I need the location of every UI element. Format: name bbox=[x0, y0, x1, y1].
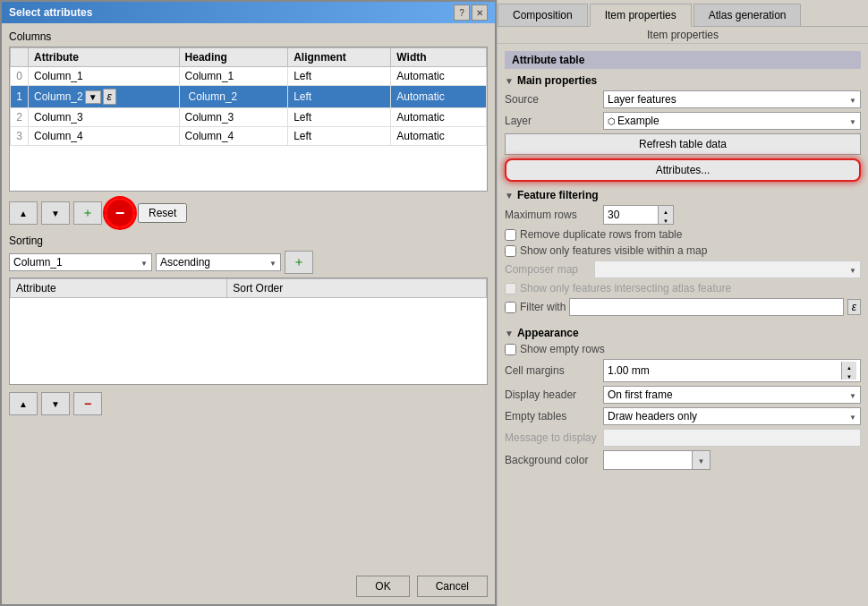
move-up-button[interactable] bbox=[9, 201, 38, 225]
filter-epsilon-button[interactable]: ε bbox=[847, 299, 861, 315]
attribute-value: Column_2 bbox=[34, 90, 83, 103]
row-heading-cell: Column_1 bbox=[179, 67, 288, 86]
layer-icon: ⬡ bbox=[608, 116, 616, 126]
remove-column-button[interactable] bbox=[106, 199, 134, 227]
cell-margins-row: Cell margins 1.00 mm bbox=[505, 359, 861, 382]
cell-margins-input[interactable]: 1.00 mm bbox=[603, 359, 861, 382]
appearance-label: Appearance bbox=[517, 327, 579, 339]
columns-table-empty-area bbox=[10, 146, 487, 191]
refresh-table-btn[interactable]: Refresh table data bbox=[505, 133, 861, 155]
row-heading-cell: Column_2 bbox=[179, 86, 288, 108]
dialog-title: Select attributes bbox=[9, 6, 92, 19]
filter-with-checkbox[interactable] bbox=[505, 302, 516, 313]
columns-section-label: Columns bbox=[9, 30, 488, 43]
feature-filtering-collapse-icon: ▼ bbox=[505, 191, 514, 201]
add-icon bbox=[81, 205, 94, 221]
sub-tab-bar: Item properties bbox=[498, 27, 868, 44]
columns-toolbar: Reset bbox=[9, 199, 488, 227]
sort-remove-button[interactable]: − bbox=[73, 392, 102, 415]
dialog-close-button[interactable]: ✕ bbox=[472, 4, 488, 21]
section-divider bbox=[505, 320, 861, 327]
bg-color-row: Background color bbox=[505, 450, 861, 470]
attribute-dropdown-btn[interactable]: ▼ bbox=[85, 90, 101, 104]
feature-filtering-section: ▼ Feature filtering Maximum rows Remove … bbox=[505, 189, 861, 316]
move-down-button[interactable] bbox=[41, 201, 70, 225]
remove-duplicate-checkbox[interactable] bbox=[505, 229, 516, 241]
row-attribute-cell: Column_3 bbox=[29, 108, 180, 127]
message-input[interactable] bbox=[603, 429, 861, 447]
minus-icon bbox=[115, 204, 125, 223]
filter-with-input[interactable] bbox=[569, 298, 843, 316]
col-header-num bbox=[11, 48, 29, 67]
source-dropdown[interactable]: Layer features bbox=[603, 90, 861, 108]
tab-item-properties[interactable]: Item properties bbox=[590, 4, 692, 27]
add-column-button[interactable] bbox=[73, 201, 102, 225]
layer-dropdown[interactable]: ⬡ Example bbox=[603, 112, 861, 130]
rp-content: Attribute table ▼ Main properties Source… bbox=[498, 44, 868, 481]
dialog-buttons: OK Cancel bbox=[356, 576, 488, 597]
display-header-dropdown[interactable]: On first frame bbox=[603, 386, 861, 404]
display-header-chevron-icon bbox=[849, 388, 856, 401]
arrow-up-icon bbox=[19, 207, 28, 219]
composer-map-dropdown[interactable] bbox=[594, 260, 861, 278]
right-panel: Composition Item properties Atlas genera… bbox=[497, 0, 868, 606]
dialog-help-button[interactable]: ? bbox=[454, 4, 470, 21]
table-row[interactable]: 3Column_4Column_4LeftAutomatic bbox=[11, 127, 487, 146]
display-header-row: Display header On first frame bbox=[505, 386, 861, 404]
tab-composition[interactable]: Composition bbox=[498, 4, 588, 26]
remove-duplicate-label: Remove duplicate rows from table bbox=[520, 228, 682, 241]
sort-table-container: Attribute Sort Order bbox=[9, 277, 488, 385]
sort-move-down-button[interactable] bbox=[41, 392, 70, 415]
row-heading-cell: Column_3 bbox=[179, 108, 288, 127]
col-header-width: Width bbox=[391, 48, 487, 67]
bg-color-preview bbox=[604, 451, 692, 469]
show-empty-rows-checkbox[interactable] bbox=[505, 344, 516, 355]
empty-tables-dropdown[interactable]: Draw headers only bbox=[603, 407, 861, 425]
sort-table: Attribute Sort Order bbox=[10, 278, 487, 298]
max-rows-label: Maximum rows bbox=[505, 209, 603, 221]
tab-atlas-generation[interactable]: Atlas generation bbox=[694, 4, 802, 26]
bg-color-swatch[interactable] bbox=[603, 450, 711, 470]
sort-order-chevron-icon bbox=[269, 256, 277, 269]
row-alignment-cell: Left bbox=[288, 108, 391, 127]
table-row[interactable]: 1 Column_2 ▼ ε Column_2LeftAutomatic bbox=[11, 86, 487, 108]
sort-minus-icon: − bbox=[84, 397, 91, 411]
table-row[interactable]: 2Column_3Column_3LeftAutomatic bbox=[11, 108, 487, 127]
row-heading-cell: Column_4 bbox=[179, 127, 288, 146]
attributes-btn[interactable]: Attributes... bbox=[505, 158, 861, 182]
max-rows-input[interactable] bbox=[604, 206, 658, 224]
sort-order-dropdown[interactable]: Ascending bbox=[156, 253, 281, 271]
sorting-row: Column_1 Ascending bbox=[9, 251, 488, 274]
appearance-header: ▼ Appearance bbox=[505, 327, 861, 339]
sub-tab-label: Item properties bbox=[647, 29, 719, 41]
max-rows-spin-down[interactable] bbox=[659, 215, 673, 224]
empty-tables-value: Draw headers only bbox=[608, 410, 697, 422]
sort-col-order-header: Sort Order bbox=[227, 279, 487, 298]
row-num-cell: 2 bbox=[11, 108, 29, 127]
show-empty-rows-row: Show empty rows bbox=[505, 343, 861, 355]
add-sort-button[interactable] bbox=[285, 251, 313, 274]
sort-column-chevron-icon bbox=[140, 256, 148, 269]
show-intersecting-checkbox[interactable] bbox=[505, 283, 516, 294]
reset-button[interactable]: Reset bbox=[138, 203, 187, 223]
main-properties-header: ▼ Main properties bbox=[505, 74, 861, 87]
sort-move-up-button[interactable] bbox=[9, 392, 38, 415]
attribute-epsilon-btn[interactable]: ε bbox=[103, 89, 116, 105]
columns-table: Attribute Heading Alignment Width 0Colum… bbox=[10, 47, 487, 146]
tabs-bar: Composition Item properties Atlas genera… bbox=[498, 0, 868, 27]
ok-button[interactable]: OK bbox=[356, 576, 409, 597]
layer-chevron-icon bbox=[849, 115, 856, 127]
cell-margins-spin-down[interactable] bbox=[842, 371, 856, 380]
row-num-cell: 3 bbox=[11, 127, 29, 146]
row-width-cell: Automatic bbox=[391, 86, 487, 108]
bg-color-dropdown-btn[interactable] bbox=[692, 451, 710, 469]
cancel-button[interactable]: Cancel bbox=[417, 576, 488, 597]
dialog-titlebar: Select attributes ? ✕ bbox=[2, 2, 495, 23]
sorting-label: Sorting bbox=[9, 235, 488, 247]
show-visible-checkbox[interactable] bbox=[505, 245, 516, 257]
table-row[interactable]: 0Column_1Column_1LeftAutomatic bbox=[11, 67, 487, 86]
layer-value: Example bbox=[617, 115, 849, 127]
empty-tables-row: Empty tables Draw headers only bbox=[505, 407, 861, 425]
source-chevron-icon bbox=[849, 93, 856, 106]
sort-column-dropdown[interactable]: Column_1 bbox=[9, 253, 152, 271]
